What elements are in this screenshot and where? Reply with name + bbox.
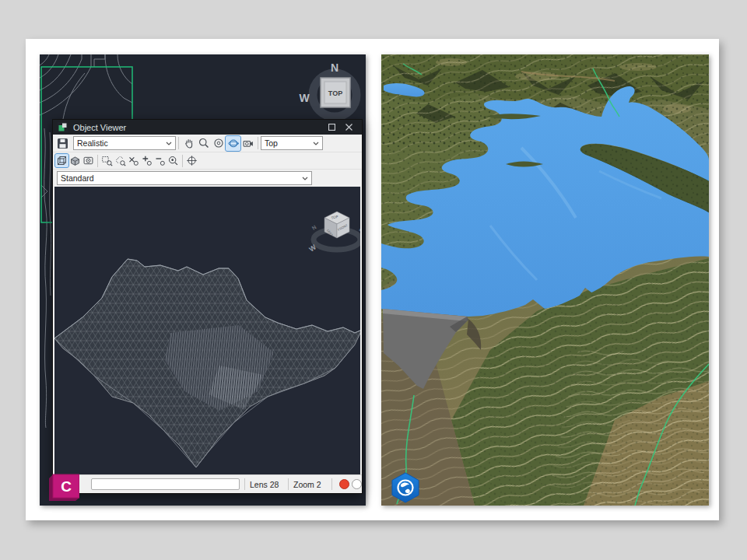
civil3d-badge: C (45, 471, 79, 501)
zoom-window-icon (101, 155, 113, 166)
zoom-toolbar (53, 152, 362, 170)
save-icon (57, 138, 68, 149)
style-toolbar: Standard (53, 170, 362, 187)
visual-style-value: Realistic (77, 138, 166, 148)
view-direction-value: Top (265, 138, 313, 148)
zoom-out-button[interactable] (153, 154, 167, 167)
zoom-scale-icon (128, 155, 139, 166)
viewcube-top-face[interactable]: TOP (328, 89, 342, 97)
status-progress-field (91, 478, 240, 490)
close-icon (345, 124, 352, 131)
maximize-button[interactable] (323, 121, 340, 133)
zoom-dynamic-button[interactable] (114, 154, 127, 167)
object-viewer-app-icon (58, 122, 68, 132)
constrained-orbit-button[interactable] (226, 136, 240, 151)
zoom-button[interactable] (196, 136, 211, 151)
visual-style-combobox[interactable]: Realistic (73, 136, 176, 150)
style-value: Standard (61, 173, 302, 183)
lens-status: Lens 28 (250, 480, 283, 489)
chevron-down-icon (313, 142, 319, 145)
pan-button[interactable] (181, 136, 196, 151)
center-target-icon (186, 155, 198, 166)
camera-cube-icon (82, 155, 94, 166)
zoom-dynamic-icon (114, 155, 126, 166)
object-viewer-window: Object Viewer (52, 119, 363, 494)
record-indicator-off[interactable] (352, 479, 362, 489)
tin-surface-mesh: W S N E TOP LEFT FRONT (54, 187, 360, 474)
zoom-extents-icon (167, 155, 179, 166)
status-bar: Lens 28 Zoom 2 (53, 474, 362, 493)
orbit-button[interactable] (211, 136, 226, 151)
terrain-3d-scene[interactable] (381, 54, 709, 506)
window-title: Object Viewer (73, 123, 323, 132)
zoom-scale-button[interactable] (127, 154, 140, 167)
chevron-down-icon (302, 177, 308, 180)
view-direction-combobox[interactable]: Top (261, 136, 323, 150)
zoom-extents-button[interactable] (167, 154, 180, 167)
chevron-down-icon (166, 142, 172, 145)
badge-letter: C (61, 478, 72, 495)
zoom-out-icon (154, 155, 166, 166)
constrained-orbit-icon (227, 137, 240, 149)
close-button[interactable] (340, 121, 357, 133)
title-bar[interactable]: Object Viewer (53, 120, 362, 135)
object-viewer-viewport[interactable]: W S N E TOP LEFT FRONT (54, 187, 360, 474)
perspective-projection-button[interactable] (68, 154, 82, 167)
compass-west-label[interactable]: W (299, 92, 310, 104)
zoom-in-icon (141, 155, 153, 166)
shaded-cube-icon (69, 155, 81, 166)
parallel-cube-icon (56, 155, 68, 166)
save-button[interactable] (55, 136, 70, 151)
camera-button[interactable] (240, 136, 255, 151)
zoom-window-button[interactable] (100, 154, 114, 167)
record-indicator-on[interactable] (339, 479, 349, 489)
compass-north-label[interactable]: N (331, 61, 338, 74)
zoom-status: Zoom 2 (293, 480, 327, 489)
camera-icon (242, 137, 254, 149)
orbit-icon (212, 137, 225, 149)
pan-hand-icon (183, 137, 195, 149)
cad-screenshot: N W TOP Object Viewer (40, 54, 366, 506)
zoom-in-button[interactable] (140, 154, 153, 167)
terrain-render-screenshot (381, 54, 709, 506)
zoom-magnifier-icon (198, 137, 210, 149)
center-target-button[interactable] (185, 154, 198, 167)
view-toolbar: Realistic (53, 135, 362, 152)
maximize-icon (328, 124, 335, 131)
parallel-projection-button[interactable] (55, 154, 68, 167)
style-combobox[interactable]: Standard (57, 171, 312, 185)
perspective-ortho-button[interactable] (82, 154, 95, 167)
